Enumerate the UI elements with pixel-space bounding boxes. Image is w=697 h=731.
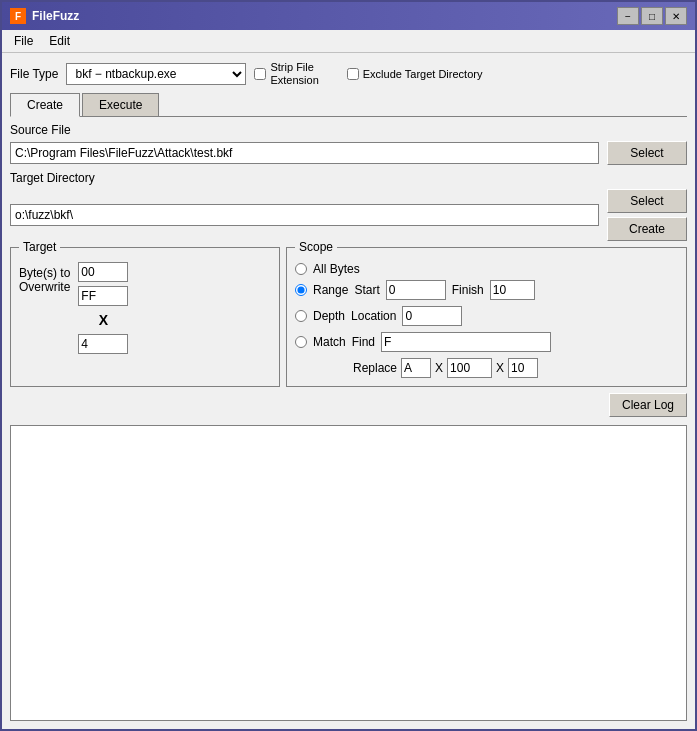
strip-extension-checkbox-label[interactable]: Strip File Extension: [254, 61, 318, 87]
file-type-select[interactable]: bkf − ntbackup.exe: [66, 63, 246, 85]
replace-row: Replace X X: [295, 358, 678, 378]
target-val3-input[interactable]: [78, 334, 128, 354]
range-label: Range: [313, 283, 348, 297]
depth-radio-row: Depth: [295, 309, 345, 323]
target-directory-select-button[interactable]: Select: [607, 189, 687, 213]
range-finish-input[interactable]: [490, 280, 535, 300]
target-directory-create-button[interactable]: Create: [607, 217, 687, 241]
replace-x1-label: X: [435, 361, 443, 375]
target-panel-title: Target: [19, 240, 60, 254]
match-radio-row: Match: [295, 335, 346, 349]
app-icon: F: [10, 8, 26, 24]
clear-log-button[interactable]: Clear Log: [609, 393, 687, 417]
all-bytes-row: All Bytes: [295, 262, 678, 276]
target-dir-buttons: Select Create: [607, 189, 687, 241]
all-bytes-label: All Bytes: [313, 262, 360, 276]
find-input[interactable]: [381, 332, 551, 352]
strip-extension-label: Strip File Extension: [270, 61, 318, 87]
target-val2-input[interactable]: [78, 286, 128, 306]
replace-x2-label: X: [496, 361, 504, 375]
replace-10-input[interactable]: [508, 358, 538, 378]
source-file-label: Source File: [10, 123, 687, 137]
window-title: FileFuzz: [32, 9, 617, 23]
source-file-select-button[interactable]: Select: [607, 141, 687, 165]
match-label: Match: [313, 335, 346, 349]
close-button[interactable]: ✕: [665, 7, 687, 25]
target-x-label: X: [78, 310, 128, 330]
minimize-button[interactable]: −: [617, 7, 639, 25]
range-row: Range Start Finish: [295, 280, 678, 300]
target-directory-label: Target Directory: [10, 171, 687, 185]
target-directory-input[interactable]: [10, 204, 599, 226]
depth-label: Depth: [313, 309, 345, 323]
location-label: Location: [351, 309, 396, 323]
target-content: Byte(s) toOverwrite X: [19, 262, 271, 354]
source-file-input[interactable]: [10, 142, 599, 164]
tab-bar: Create Execute: [10, 93, 687, 117]
tab-execute[interactable]: Execute: [82, 93, 159, 116]
exclude-target-label: Exclude Target Directory: [363, 68, 483, 80]
target-directory-row: Select Create: [10, 189, 687, 241]
scope-panel: Scope All Bytes Range Start: [286, 247, 687, 387]
range-radio[interactable]: [295, 284, 307, 296]
source-file-row: Select: [10, 141, 687, 165]
range-radio-row: Range: [295, 283, 348, 297]
finish-label: Finish: [452, 283, 484, 297]
clear-log-row: Clear Log: [10, 393, 687, 417]
match-radio[interactable]: [295, 336, 307, 348]
scope-panel-title: Scope: [295, 240, 337, 254]
scope-content: All Bytes Range Start Finish: [295, 262, 678, 378]
log-area[interactable]: [10, 425, 687, 721]
menu-bar: File Edit: [2, 30, 695, 53]
replace-100-input[interactable]: [447, 358, 492, 378]
depth-row: Depth Location: [295, 306, 678, 326]
menu-edit[interactable]: Edit: [41, 32, 78, 50]
menu-file[interactable]: File: [6, 32, 41, 50]
window-controls: − □ ✕: [617, 7, 687, 25]
range-start-input[interactable]: [386, 280, 446, 300]
source-file-section: Source File Select: [10, 123, 687, 165]
target-inputs: X: [78, 262, 128, 354]
replace-a-input[interactable]: [401, 358, 431, 378]
target-panel: Target Byte(s) toOverwrite X: [10, 247, 280, 387]
replace-label: Replace: [353, 361, 397, 375]
main-window: F FileFuzz − □ ✕ File Edit File Type bkf…: [0, 0, 697, 731]
main-content: File Type bkf − ntbackup.exe Strip File …: [2, 53, 695, 729]
exclude-target-checkbox-label[interactable]: Exclude Target Directory: [347, 68, 483, 80]
target-val1-input[interactable]: [78, 262, 128, 282]
find-label: Find: [352, 335, 375, 349]
depth-radio[interactable]: [295, 310, 307, 322]
maximize-button[interactable]: □: [641, 7, 663, 25]
all-bytes-radio[interactable]: [295, 263, 307, 275]
start-label: Start: [354, 283, 379, 297]
tab-create[interactable]: Create: [10, 93, 80, 117]
strip-extension-checkbox[interactable]: [254, 68, 266, 80]
file-type-row: File Type bkf − ntbackup.exe Strip File …: [10, 61, 687, 87]
title-bar: F FileFuzz − □ ✕: [2, 2, 695, 30]
exclude-target-checkbox[interactable]: [347, 68, 359, 80]
bytes-to-overwrite-label: Byte(s) toOverwrite: [19, 262, 70, 294]
panels-row: Target Byte(s) toOverwrite X Scope: [10, 247, 687, 387]
match-row: Match Find: [295, 332, 678, 352]
file-type-label: File Type: [10, 67, 58, 81]
target-directory-section: Target Directory Select Create: [10, 171, 687, 241]
depth-location-input[interactable]: [402, 306, 462, 326]
